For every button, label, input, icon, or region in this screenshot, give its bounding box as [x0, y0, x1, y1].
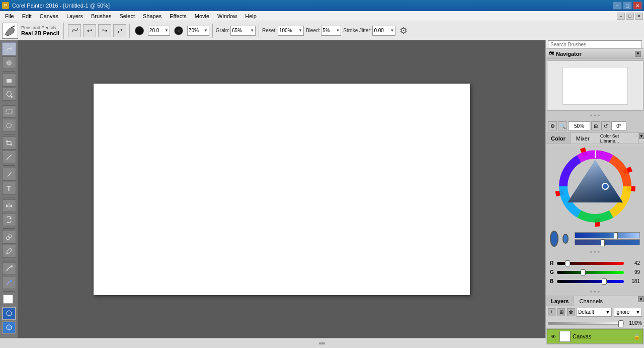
tool-mirror[interactable] — [2, 199, 16, 213]
eyedropper-icon — [5, 247, 13, 255]
opacity-slider-thumb[interactable] — [618, 320, 623, 327]
blend-mode-arrow: ▼ — [605, 309, 610, 315]
color-panel: Color Mixer Color Set Librarie... ▼ — [546, 133, 644, 296]
menu-bar: File Edit Canvas Layers Brushes Select S… — [0, 11, 644, 21]
hue-bar[interactable] — [575, 232, 640, 238]
canvas-paper[interactable] — [94, 84, 470, 295]
menu-brushes[interactable]: Brushes — [87, 11, 115, 21]
menu-window[interactable]: Window — [213, 11, 241, 21]
menu-minimize-btn[interactable]: − — [617, 13, 625, 20]
tool-text[interactable]: T — [2, 182, 16, 195]
menu-canvas[interactable]: Canvas — [36, 11, 62, 21]
nav-zoom-reset-btn[interactable]: ↺ — [601, 121, 610, 130]
color-panel-options-btn[interactable]: ▼ — [639, 133, 645, 139]
tool-lasso[interactable] — [2, 119, 16, 132]
tool-paint-bucket[interactable] — [2, 88, 16, 101]
tool-colorize[interactable] — [2, 276, 16, 289]
brush-opacity-input[interactable]: 70% ▼ — [187, 26, 209, 36]
nav-zoom-fit-btn[interactable]: ⊞ — [591, 121, 600, 130]
nav-settings-btn[interactable]: ⚙ — [548, 121, 557, 130]
reset-value: 100% — [279, 28, 292, 33]
menu-movie[interactable]: Movie — [191, 11, 213, 21]
brush-search-input[interactable] — [548, 40, 642, 48]
grain-input[interactable]: 65% ▼ — [230, 26, 256, 36]
tool-freehand[interactable] — [2, 42, 16, 55]
tab-layers[interactable]: Layers — [546, 296, 574, 306]
title-bar-controls[interactable]: − □ ✕ — [613, 2, 642, 10]
layer-thumbnail — [559, 331, 571, 342]
r-slider-thumb[interactable] — [565, 260, 570, 266]
brush-size-input[interactable]: 20.0 ▼ — [148, 26, 170, 36]
maximize-button[interactable]: □ — [623, 2, 632, 10]
menu-close-btn[interactable]: ✕ — [635, 13, 643, 20]
toolbar-sep-1 — [129, 24, 130, 38]
stroke-dir-btn[interactable]: ⇄ — [113, 24, 126, 37]
tool-eraser[interactable] — [2, 74, 16, 87]
menu-layers[interactable]: Layers — [62, 11, 87, 21]
reset-input[interactable]: 100% ▼ — [278, 26, 304, 36]
nav-zoom-in-btn[interactable]: 🔍 — [558, 121, 567, 130]
tool-rotate[interactable] — [2, 213, 16, 226]
menu-restore-btn[interactable]: □ — [626, 13, 634, 20]
tool-blender[interactable] — [2, 262, 16, 275]
color-dots: • • • — [546, 249, 644, 256]
freehand-icon — [5, 45, 13, 53]
navigator-options-btn[interactable]: ▼ — [635, 51, 641, 57]
menu-select[interactable]: Select — [115, 11, 139, 21]
tool-sep-3 — [3, 134, 15, 134]
minimize-button[interactable]: − — [613, 2, 622, 10]
tool-transform[interactable] — [2, 56, 16, 69]
tool-clone[interactable] — [2, 231, 16, 244]
svg-point-17 — [7, 311, 12, 316]
canvas-area[interactable] — [18, 40, 545, 338]
menu-effects[interactable]: Effects — [166, 11, 190, 21]
menu-file[interactable]: File — [1, 11, 18, 21]
b-slider-thumb[interactable] — [602, 279, 607, 285]
sat-bar[interactable] — [575, 239, 640, 245]
tab-mixer[interactable]: Mixer — [571, 133, 595, 144]
tool-zoom[interactable] — [2, 307, 16, 320]
opacity-slider-track[interactable] — [548, 322, 624, 325]
brush-variants-btn[interactable] — [68, 24, 81, 37]
brush-settings-icon[interactable]: ⚙ — [399, 25, 408, 36]
size-circle-display — [133, 24, 146, 37]
clone-icon — [5, 233, 13, 241]
new-group-btn[interactable]: ⊞ — [557, 308, 565, 316]
layer-item[interactable]: 👁 Canvas 🔒 — [547, 329, 643, 343]
menu-shapes[interactable]: Shapes — [139, 11, 166, 21]
main-color-swatch[interactable] — [550, 231, 558, 247]
close-button[interactable]: ✕ — [633, 2, 642, 10]
blend-mode-select[interactable]: Default ▼ — [577, 308, 612, 317]
tool-rectangular-select[interactable] — [2, 105, 16, 118]
tab-color[interactable]: Color — [546, 133, 571, 144]
g-slider-track[interactable] — [557, 271, 624, 274]
layer-visibility-icon[interactable]: 👁 — [549, 332, 557, 340]
composite-select[interactable]: Ignore ▼ — [614, 308, 642, 317]
size-value: 20.0 — [149, 28, 159, 33]
delete-layer-btn[interactable]: 🗑 — [567, 308, 575, 316]
tool-eyedropper[interactable] — [2, 245, 16, 258]
new-layer-btn[interactable]: + — [548, 308, 555, 316]
color-wheel[interactable] — [555, 146, 635, 227]
tool-line[interactable] — [2, 151, 16, 164]
jitter-input[interactable]: 0.00 ▼ — [372, 26, 395, 36]
bleed-input[interactable]: 5% ▼ — [321, 26, 341, 36]
menu-edit[interactable]: Edit — [18, 11, 36, 21]
tab-channels[interactable]: Channels — [574, 296, 608, 306]
zoom-color-icon — [6, 310, 13, 317]
alt-color-swatch[interactable] — [562, 234, 569, 244]
r-slider-track[interactable] — [557, 262, 624, 265]
menu-help[interactable]: Help — [241, 11, 261, 21]
tab-color-set[interactable]: Color Set Librarie... — [595, 133, 639, 144]
g-slider-thumb[interactable] — [581, 269, 586, 275]
layers-panel-options-btn[interactable]: ▼ — [638, 296, 644, 302]
b-slider-track[interactable] — [557, 280, 624, 283]
redo-btn[interactable]: ↪ — [98, 24, 111, 37]
tool-sep-2 — [3, 103, 15, 103]
tool-alt-color[interactable] — [2, 321, 16, 334]
opacity-slider-row: 100% — [546, 318, 644, 328]
jitter-ctrl: Stroke Jitter: 0.00 ▼ — [343, 26, 395, 36]
tool-pen[interactable] — [2, 168, 16, 181]
undo-btn[interactable]: ↩ — [83, 24, 96, 37]
tool-crop[interactable] — [2, 136, 16, 150]
